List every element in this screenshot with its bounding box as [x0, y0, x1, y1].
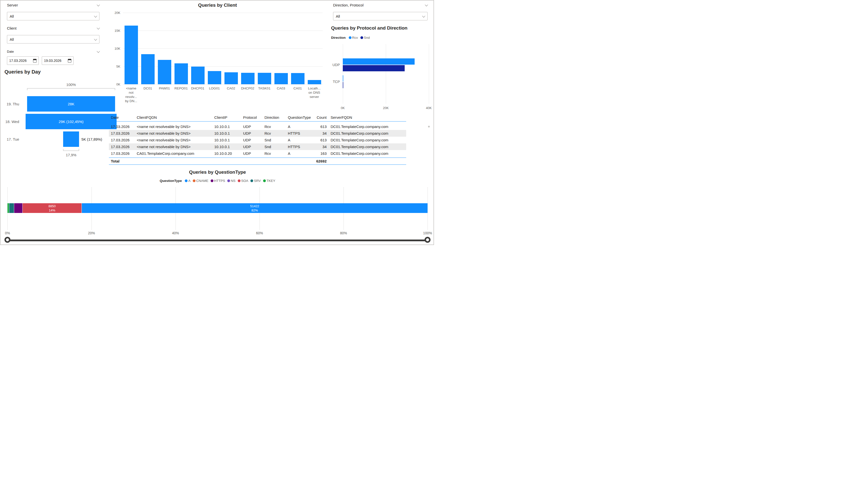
table-cell: 17.03.2026 [109, 123, 135, 130]
chevron-down-icon [94, 14, 97, 18]
client-bar[interactable] [291, 73, 305, 84]
table-cell: DC01.TemplateCorp.company.com [329, 123, 406, 130]
questiontype-title: Queries by QuestionType [189, 169, 246, 175]
client-bar[interactable] [175, 63, 188, 84]
column-header-clientfqdn[interactable]: ClientFQDN [135, 114, 212, 121]
table-row[interactable]: 17.03.2026CA01.TemplateCorp.company.com1… [109, 150, 406, 157]
calendar-icon[interactable] [33, 59, 36, 63]
segment-srv[interactable] [9, 203, 14, 213]
scrollbar-dot[interactable] [428, 126, 430, 128]
x-axis-label: CA01 [289, 86, 306, 103]
funnel-bottom-percent-label: 17,9% [26, 153, 117, 157]
server-dropdown[interactable]: All [7, 12, 99, 21]
funnel-row: 17. Tue5K (17,89%) [26, 131, 117, 147]
column-header-direction[interactable]: Direction [262, 114, 286, 121]
server-slicer-header: Server [7, 3, 99, 7]
funnel-bar[interactable]: 29K (102,45%) [26, 114, 117, 129]
legend-item-snd[interactable]: Snd [361, 36, 370, 39]
table-row[interactable]: 17.03.2026<name not resolveable by DNS>1… [109, 143, 406, 150]
column-header-clientip[interactable]: ClientIP [212, 114, 241, 121]
bar-tcp-snd[interactable] [343, 82, 343, 88]
protocol-direction-title: Queries by Protocol and Direction [331, 25, 407, 31]
protocol-direction-chart: 0K20K40KUDPTCP [343, 44, 429, 104]
range-slider-handle-left[interactable] [4, 237, 10, 243]
calendar-icon[interactable] [68, 59, 71, 63]
legend-item-tkey[interactable]: TKEY [263, 179, 275, 183]
bar-udp-rcv[interactable] [343, 58, 414, 65]
direction-protocol-dropdown-value: All [336, 14, 340, 19]
bar-udp-snd[interactable] [343, 65, 405, 71]
range-slider-track[interactable] [7, 239, 428, 241]
queries-by-client-x-axis: <namenotresolv...by DN...DC01PAW01REPO01… [123, 86, 323, 103]
date-end-value: 19.03.2026 [44, 59, 61, 63]
x-axis-label: PAW01 [156, 86, 173, 103]
legend-item-srv[interactable]: SRV [251, 179, 261, 183]
chevron-down-icon[interactable] [97, 3, 100, 6]
column-header-protocol[interactable]: Protocol [241, 114, 262, 121]
x-axis-label: 40K [426, 106, 432, 110]
legend-item-ns[interactable]: NS [227, 179, 236, 183]
table-cell: Rcv [262, 123, 286, 130]
client-bar[interactable] [241, 73, 254, 84]
column-header-questiontype[interactable]: QuestionType [286, 114, 312, 121]
table-cell: Snd [262, 137, 286, 143]
date-end-input[interactable]: 19.03.2026 [42, 56, 73, 65]
protocol-row: TCP [343, 75, 429, 88]
segment-value-label: 8850 [49, 204, 56, 208]
bar-tcp-rcv[interactable] [343, 75, 343, 81]
table-row[interactable]: 17.03.2026<name not resolveable by DNS>1… [109, 123, 406, 130]
segment-tkey[interactable] [7, 203, 9, 213]
column-header-count[interactable]: Count [312, 114, 329, 121]
funnel-category-label: 18. Wed [5, 120, 19, 124]
funnel-bar[interactable] [63, 131, 79, 147]
table-row[interactable]: 17.03.2026<name not resolveable by DNS>1… [109, 137, 406, 143]
gridline [386, 44, 386, 104]
legend-item-soa[interactable]: SOA [238, 179, 248, 183]
chevron-down-icon[interactable] [97, 50, 100, 53]
table-cell: 10.10.0.1 [212, 130, 241, 137]
column-header-date[interactable]: Date [109, 114, 135, 121]
legend-item-a[interactable]: A [185, 179, 190, 183]
queries-by-client-chart: 20K15K10K5K0K [123, 13, 323, 84]
client-bar[interactable] [191, 67, 205, 84]
table-cell: UDP [241, 130, 262, 137]
chevron-down-icon[interactable] [425, 3, 428, 6]
column-header-serverfqdn[interactable]: ServerFQDN [329, 114, 406, 121]
segment-a[interactable]: 5142282% [82, 203, 428, 213]
questiontype-legend-title: QuestionType [160, 179, 182, 183]
legend-dot [263, 179, 266, 182]
range-slider-handle-right[interactable] [425, 237, 431, 243]
table-row[interactable]: 17.03.2026<name not resolveable by DNS>1… [109, 130, 406, 137]
client-slicer-header: Client [7, 26, 99, 30]
total-label: Total [109, 158, 135, 164]
client-bar[interactable] [224, 72, 238, 84]
direction-protocol-dropdown[interactable]: All [333, 12, 428, 21]
client-bar[interactable] [258, 73, 271, 84]
chevron-down-icon[interactable] [97, 26, 100, 30]
server-slicer-label: Server [7, 3, 18, 7]
client-bar[interactable] [141, 54, 155, 84]
segment-soa[interactable]: 885014% [23, 203, 82, 213]
queries-by-client-title: Queries by Client [198, 2, 237, 8]
x-axis-label: LOG01 [206, 86, 223, 103]
legend-item-https[interactable]: HTTPS [211, 179, 225, 183]
legend-item-cname[interactable]: CNAME [193, 179, 208, 183]
segment-https[interactable] [14, 203, 23, 213]
queries-by-day-title: Queries by Day [4, 69, 41, 75]
client-bar[interactable] [125, 26, 138, 84]
x-axis-label: 80% [340, 231, 347, 235]
table-cell: 17.03.2026 [109, 143, 135, 150]
legend-item-rcv[interactable]: Rcv [349, 36, 358, 39]
funnel-bar[interactable]: 28K [27, 96, 115, 111]
client-bar[interactable] [274, 73, 288, 84]
x-axis-label: CA03 [273, 86, 289, 103]
client-dropdown[interactable]: All [7, 35, 99, 43]
date-start-input[interactable]: 17.03.2026 [7, 56, 39, 65]
table-cell: HTTPS [286, 143, 312, 150]
legend-label: SOA [241, 179, 248, 183]
legend-label: NS [231, 179, 236, 183]
client-bar[interactable] [158, 60, 171, 84]
legend-label: SRV [254, 179, 261, 183]
client-bar[interactable] [308, 80, 321, 84]
client-bar[interactable] [208, 71, 221, 84]
